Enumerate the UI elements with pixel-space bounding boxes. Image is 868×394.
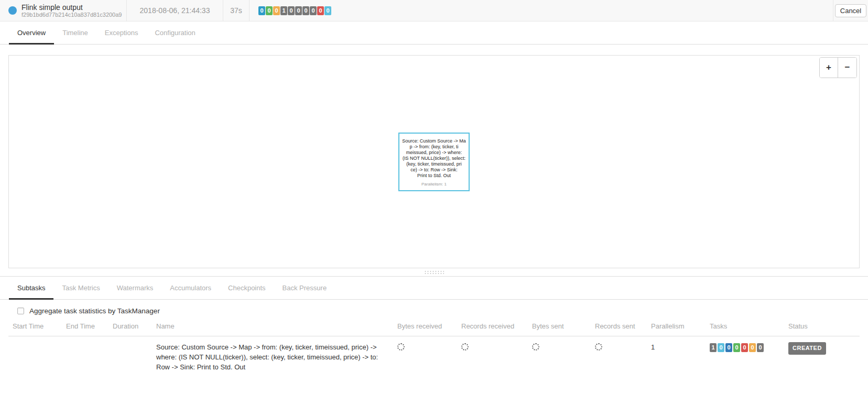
cell-task-name: Source: Custom Source -> Map -> from: (k… (152, 336, 393, 378)
header-spacer (339, 0, 833, 21)
cancel-section: Cancel (833, 0, 868, 21)
job-duration: 37s (223, 0, 249, 21)
cell-bytes-sent (528, 336, 591, 378)
graph-node-label: Source: Custom Source -> Ma p -> from: (… (401, 138, 467, 179)
zoom-out-button[interactable]: − (838, 58, 856, 78)
tab-back-pressure[interactable]: Back Pressure (274, 277, 335, 300)
cell-bytes-received (393, 336, 457, 378)
job-id: f29b1bd6d77b214c10a837d81c3200a9 (21, 12, 122, 18)
col-start-time: Start Time (8, 316, 62, 336)
col-records-sent: Records sent (591, 316, 647, 336)
job-name: Flink simple output (21, 3, 122, 12)
detail-tabbar: Subtasks Task Metrics Watermarks Accumul… (0, 276, 868, 300)
aggregate-checkbox[interactable] (17, 308, 24, 314)
col-parallelism: Parallelism (647, 316, 706, 336)
cell-duration (108, 336, 152, 378)
col-end-time: End Time (62, 316, 108, 336)
graph-node-parallelism: Parallelism: 1 (401, 182, 467, 187)
cell-status: CREATED (784, 336, 860, 378)
job-tabbar: Overview Timeline Exceptions Configurati… (0, 21, 868, 45)
loading-spinner-icon (397, 343, 405, 351)
status-count-badge: 0 (310, 6, 317, 15)
status-count-badge: 0 (302, 6, 309, 15)
loading-spinner-icon (595, 343, 602, 351)
status-count-badge: 0 (741, 343, 748, 352)
status-count-badge: 1 (710, 343, 717, 352)
status-badge: CREATED (788, 342, 826, 355)
col-status: Status (784, 316, 860, 336)
cell-tasks-badges: 1000000 (706, 336, 784, 378)
col-bytes-received: Bytes received (393, 316, 457, 336)
tab-configuration[interactable]: Configuration (146, 21, 203, 45)
job-status-dot-icon (8, 6, 17, 15)
cell-start-time (8, 336, 62, 378)
tab-task-metrics[interactable]: Task Metrics (53, 277, 108, 300)
job-task-status-badges: 0001000000 (249, 0, 339, 21)
subtasks-table: Start Time End Time Duration Name Bytes … (8, 316, 860, 378)
status-count-badge: 0 (725, 343, 732, 352)
table-header-row: Start Time End Time Duration Name Bytes … (8, 316, 860, 336)
cell-end-time (62, 336, 108, 378)
tab-checkpoints[interactable]: Checkpoints (220, 277, 274, 300)
status-count-badge: 0 (288, 6, 295, 15)
drag-handle-dots-icon (424, 270, 444, 275)
status-count-badge: 0 (733, 343, 740, 352)
panel-resize-handle[interactable] (0, 268, 868, 276)
tab-accumulators[interactable]: Accumulators (161, 277, 220, 300)
job-title-section: Flink simple output f29b1bd6d77b214c10a8… (0, 0, 127, 21)
col-tasks: Tasks (706, 316, 784, 336)
status-count-badge: 0 (324, 6, 331, 15)
status-count-badge: 0 (258, 6, 265, 15)
cancel-job-button[interactable]: Cancel (835, 4, 866, 17)
tab-watermarks[interactable]: Watermarks (108, 277, 162, 300)
cell-records-sent (591, 336, 647, 378)
graph-zoom-controls: + − (819, 57, 857, 78)
aggregate-checkbox-label: Aggregate task statistics by TaskManager (29, 307, 160, 315)
job-start-timestamp: 2018-08-06, 21:44:33 (127, 0, 223, 21)
tab-exceptions[interactable]: Exceptions (96, 21, 147, 45)
cell-records-received (457, 336, 528, 378)
col-name: Name (152, 316, 393, 336)
table-row[interactable]: Source: Custom Source -> Map -> from: (k… (8, 336, 860, 378)
status-count-badge: 0 (749, 343, 756, 352)
job-header-bar: Flink simple output f29b1bd6d77b214c10a8… (0, 0, 868, 21)
tab-subtasks[interactable]: Subtasks (9, 277, 53, 300)
col-duration: Duration (108, 316, 152, 336)
tab-timeline[interactable]: Timeline (54, 21, 96, 45)
status-count-badge: 0 (295, 6, 302, 15)
status-count-badge: 0 (718, 343, 724, 352)
status-count-badge: 0 (317, 6, 324, 15)
tab-overview[interactable]: Overview (9, 21, 54, 45)
cell-parallelism: 1 (647, 336, 706, 378)
col-bytes-sent: Bytes sent (528, 316, 591, 336)
loading-spinner-icon (532, 343, 539, 351)
job-graph-node[interactable]: Source: Custom Source -> Ma p -> from: (… (398, 133, 470, 191)
status-count-badge: 0 (757, 343, 764, 352)
zoom-in-button[interactable]: + (820, 58, 838, 78)
status-count-badge: 0 (266, 6, 273, 15)
status-count-badge: 0 (273, 6, 280, 15)
col-records-received: Records received (457, 316, 528, 336)
aggregate-row: Aggregate task statistics by TaskManager (0, 300, 868, 316)
status-count-badge: 1 (280, 6, 287, 15)
job-graph-canvas[interactable]: + − Source: Custom Source -> Ma p -> fro… (8, 55, 860, 268)
loading-spinner-icon (461, 343, 469, 351)
